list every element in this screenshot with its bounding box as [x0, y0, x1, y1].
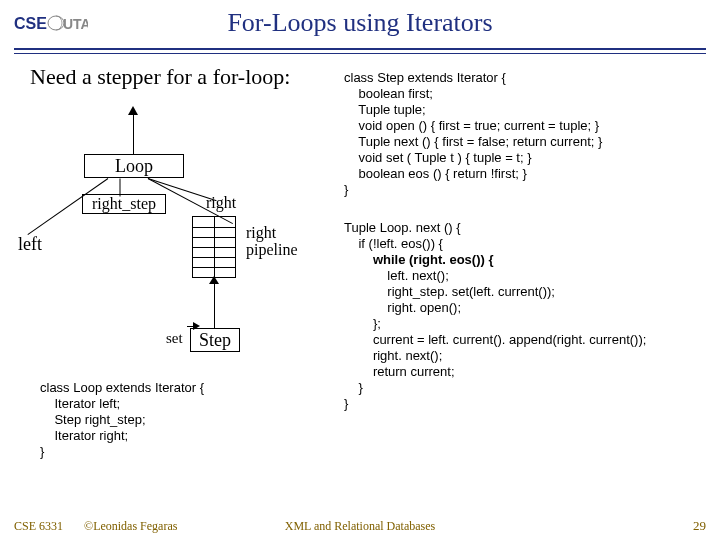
title-rule-thick [14, 48, 706, 50]
step-arrow-line [214, 278, 215, 328]
diagram: Loop right_step right left right pipelin… [18, 100, 328, 370]
code-loop-extends: class Loop extends Iterator { Iterator l… [40, 380, 320, 460]
step-box: Step [190, 328, 240, 352]
step-arrow-head-icon [209, 276, 219, 284]
right-step-box: right_step [82, 194, 166, 214]
page-number: 29 [693, 518, 706, 534]
pipeline-table-icon [192, 216, 236, 278]
right-label: right [206, 194, 236, 212]
footer-copyright: ©Leonidas Fegaras [84, 519, 177, 533]
code-loop-next: Tuple Loop. next () { if (!left. eos()) … [344, 220, 710, 412]
logo: CSE UTA [14, 12, 88, 36]
set-label: set [166, 330, 183, 347]
left-label: left [18, 234, 42, 255]
loop-arrow-head-icon [128, 106, 138, 115]
set-arrow-head-icon [193, 322, 200, 330]
subtitle: Need a stepper for a for-loop: [30, 64, 290, 90]
footer-course: CSE 6331 [14, 519, 63, 533]
footer-center: XML and Relational Databases [200, 519, 520, 534]
fan-line [120, 179, 121, 197]
logo-uta: UTA [63, 16, 88, 32]
logo-cse: CSE [14, 15, 47, 32]
slide-title: For-Loops using Iterators [150, 8, 570, 38]
loop-box: Loop [84, 154, 184, 178]
right-pipeline-label: right pipeline [246, 224, 328, 258]
code-step-class: class Step extends Iterator { boolean fi… [344, 70, 710, 198]
footer-left: CSE 6331 ©Leonidas Fegaras [14, 519, 177, 534]
title-rule-thin [14, 53, 706, 54]
